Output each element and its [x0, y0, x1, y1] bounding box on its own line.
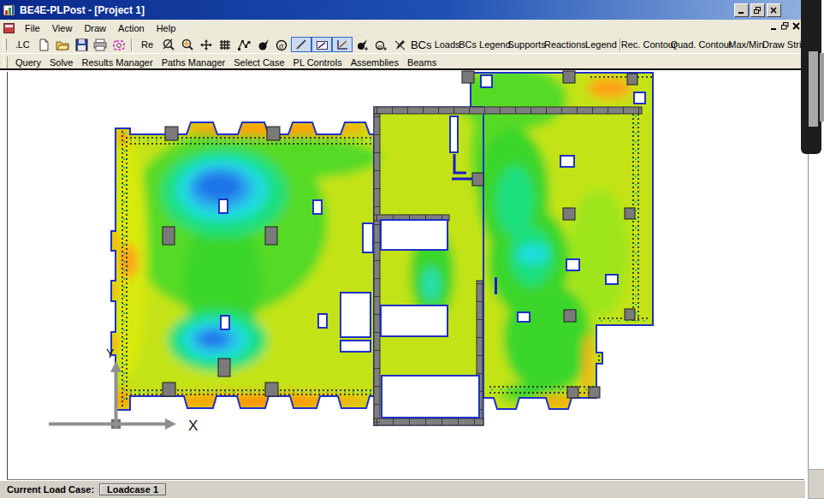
loads-button[interactable]: Loads	[433, 37, 460, 52]
toolbar-gripper[interactable]	[3, 56, 8, 68]
supports-button[interactable]: Supports	[508, 37, 545, 52]
paths-manager-button[interactable]: Paths Manager	[157, 55, 230, 70]
zoom-window-icon[interactable]	[159, 37, 178, 52]
desktop-fragment	[808, 469, 824, 499]
legend-button[interactable]: Legend	[585, 37, 617, 52]
draw-toggle-box-icon[interactable]	[311, 37, 332, 52]
current-load-case-label: Current Load Case:	[7, 484, 94, 495]
bcs-button[interactable]: BCs	[409, 37, 433, 52]
query-button[interactable]: Query	[11, 55, 45, 70]
menu-draw[interactable]: Draw	[78, 21, 112, 35]
reactions-button[interactable]: Reactions	[545, 37, 585, 52]
contour-sigma-icon[interactable]: σ	[272, 37, 291, 52]
contour-ink-icon[interactable]	[253, 37, 272, 52]
window-title: BE4E-PLPost - [Project 1]	[20, 4, 145, 16]
pl-controls-button[interactable]: PL Controls	[289, 55, 347, 70]
current-load-case-value: Loadcase 1	[99, 483, 166, 495]
max-min-button[interactable]: Max/Min	[728, 37, 763, 52]
quad-contour-button[interactable]: Quad. Contour	[673, 37, 728, 52]
open-icon[interactable]	[53, 37, 72, 52]
svg-text:σ: σ	[377, 41, 382, 50]
draw-toggle-corner-icon[interactable]	[332, 37, 353, 52]
child-minimize-button[interactable]	[770, 22, 778, 30]
background-window-edge	[820, 53, 824, 122]
ink-hash-icon[interactable]	[353, 37, 371, 52]
project-window-icon	[3, 23, 15, 33]
save-icon[interactable]	[72, 37, 91, 52]
contour-plot[interactable]: X Y	[0, 68, 824, 480]
assemblies-button[interactable]: Assemblies	[347, 55, 403, 70]
select-case-button[interactable]: Select Case	[229, 55, 288, 70]
pan-icon[interactable]	[197, 37, 216, 52]
print-icon[interactable]	[91, 37, 110, 52]
draw-strip-button[interactable]: Draw Strip	[764, 37, 805, 52]
y-axis-label: Y	[106, 347, 115, 360]
svg-text:σ: σ	[279, 41, 284, 50]
solve-button[interactable]: Solve	[45, 55, 78, 70]
draw-toggle-slash-icon[interactable]	[291, 37, 311, 52]
title-bar: BE4E-PLPost - [Project 1]	[0, 0, 805, 20]
background-window-scrollbar[interactable]	[809, 51, 818, 127]
pen-off-icon[interactable]	[390, 37, 409, 52]
menu-view[interactable]: View	[46, 21, 79, 35]
app-icon	[3, 3, 16, 17]
zoom-select-icon[interactable]	[110, 37, 128, 52]
new-document-icon[interactable]	[34, 37, 53, 52]
status-bar: Current Load Case: Loadcase 1	[0, 480, 805, 498]
close-button[interactable]	[767, 3, 781, 17]
zoom-in-icon[interactable]	[178, 37, 197, 52]
x-axis-arrow	[165, 418, 176, 430]
secondary-toolbar: Query Solve Results Manager Paths Manage…	[0, 53, 805, 70]
toolbar-gripper[interactable]	[3, 39, 7, 50]
menu-help[interactable]: Help	[151, 21, 182, 35]
menu-file[interactable]: File	[19, 21, 46, 35]
rec-contour-button[interactable]: Rec. Contour	[624, 37, 674, 52]
mesh-nodes-icon[interactable]	[234, 37, 253, 52]
background-window-fragment	[801, 0, 821, 154]
lc-button[interactable]: .LC	[10, 37, 34, 52]
re-button[interactable]: Re	[135, 37, 159, 52]
results-manager-button[interactable]: Results Manager	[78, 55, 157, 70]
child-close-button[interactable]	[792, 22, 800, 30]
sigma-hash-icon[interactable]: σ	[371, 37, 390, 52]
bcs-legend-button[interactable]: BCs Legend	[461, 37, 508, 52]
menu-bar: File View Draw Action Help	[0, 20, 805, 37]
minimize-button[interactable]	[734, 3, 749, 17]
window-right-border	[808, 154, 809, 469]
toolbar-separator	[131, 39, 133, 51]
restore-button[interactable]	[750, 3, 765, 17]
mesh-grid-icon[interactable]	[216, 37, 234, 52]
x-axis-label: X	[188, 418, 198, 434]
main-toolbar: .LC Re σ σ BCs Loads BCs Legend Supports…	[0, 36, 805, 53]
child-restore-button[interactable]	[781, 22, 789, 30]
menu-action[interactable]: Action	[112, 21, 151, 35]
beams-button[interactable]: Beams	[403, 55, 441, 70]
